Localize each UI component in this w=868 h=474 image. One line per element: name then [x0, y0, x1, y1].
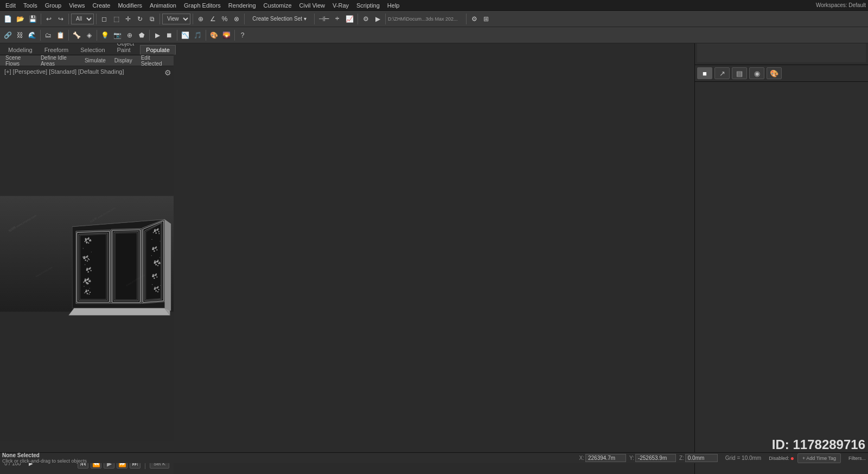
svg-point-129: [91, 252, 92, 252]
menu-create[interactable]: Create: [89, 2, 113, 9]
menu-edit[interactable]: Edit: [2, 2, 19, 9]
menu-group[interactable]: Group: [42, 2, 65, 9]
define-idle-areas-btn[interactable]: Define Idle Areas: [37, 54, 79, 67]
menu-modifiers[interactable]: Modifiers: [114, 2, 145, 9]
menu-vray[interactable]: V-Ray: [329, 2, 352, 9]
y-input[interactable]: [635, 454, 676, 462]
scene-flows-btn[interactable]: Scene Flows: [2, 54, 35, 67]
sep5: [193, 14, 193, 24]
scale-btn[interactable]: ⧉: [146, 13, 157, 25]
svg-point-103: [156, 249, 157, 251]
menu-civil-view[interactable]: Civil View: [296, 2, 328, 9]
bone-tools-btn[interactable]: 🦴: [71, 29, 82, 41]
svg-point-65: [87, 260, 88, 261]
scene-explorer-btn[interactable]: 🗂: [43, 29, 54, 41]
menu-animation[interactable]: Animation: [146, 2, 180, 9]
menu-views[interactable]: Views: [66, 2, 88, 9]
svg-point-88: [90, 292, 91, 293]
settings-btn[interactable]: ⚙: [469, 13, 480, 25]
rp-tab-geometry[interactable]: ■: [697, 67, 712, 79]
move-btn[interactable]: ✛: [123, 13, 133, 25]
filters-btn[interactable]: Filters...: [848, 456, 866, 461]
y-label: Y:: [629, 455, 634, 461]
coord-fields: X: Y: Z: Grid = 10.0mm Disabled: ● + Add…: [579, 453, 866, 463]
unlink-btn[interactable]: ⛓: [15, 29, 25, 41]
viewport-settings-icon[interactable]: ⚙: [164, 68, 171, 77]
svg-marker-45: [114, 232, 138, 301]
svg-point-130: [85, 264, 85, 265]
z-label: Z:: [679, 455, 684, 461]
tab-freeform[interactable]: Freeform: [39, 45, 75, 55]
open-button[interactable]: 📂: [15, 13, 26, 25]
save-button[interactable]: 💾: [27, 13, 39, 25]
extra2-btn[interactable]: ?: [237, 29, 248, 41]
render-setup-btn[interactable]: ⚙: [360, 13, 371, 25]
svg-point-132: [84, 286, 84, 286]
menu-customize[interactable]: Customize: [260, 2, 295, 9]
link-btn[interactable]: 🔗: [2, 29, 14, 41]
play-anim-btn[interactable]: ▶: [152, 29, 163, 41]
extra-btn[interactable]: ⊞: [481, 13, 492, 25]
tab-selection[interactable]: Selection: [74, 45, 111, 55]
sep14: [149, 30, 150, 41]
edit-selected-btn[interactable]: Edit Selected: [138, 54, 171, 67]
svg-point-92: [84, 292, 85, 293]
svg-point-95: [158, 231, 159, 232]
camera-btn[interactable]: 📷: [112, 29, 123, 41]
render-btn[interactable]: ▶: [372, 13, 383, 25]
display-btn[interactable]: Display: [111, 57, 136, 64]
svg-point-133: [90, 288, 90, 289]
menu-rendering[interactable]: Rendering: [225, 2, 259, 9]
shape-btn[interactable]: ⬟: [136, 29, 147, 41]
helper-btn[interactable]: ⊕: [124, 29, 135, 41]
render-env-btn[interactable]: 🌄: [221, 29, 232, 41]
rp-tab-shapes[interactable]: ↗: [714, 67, 730, 79]
svg-marker-1: [69, 308, 170, 315]
select-region-btn[interactable]: ⬚: [111, 13, 122, 25]
svg-point-118: [154, 278, 155, 279]
skin-btn[interactable]: ◈: [84, 29, 94, 41]
redo-button[interactable]: ↪: [55, 13, 66, 25]
percent-snap-btn[interactable]: %: [219, 13, 230, 25]
reference-coord-dropdown[interactable]: View: [162, 14, 190, 24]
bind-space-warp-btn[interactable]: 🌊: [27, 29, 38, 41]
dope-sheet-btn[interactable]: 🎵: [192, 29, 203, 41]
z-input[interactable]: [685, 454, 718, 462]
material-editor-btn[interactable]: 🎨: [208, 29, 220, 41]
light-btn[interactable]: 💡: [99, 29, 111, 41]
tab-populate[interactable]: Populate: [140, 45, 175, 55]
curve-editor-btn2[interactable]: 📉: [180, 29, 191, 41]
curve-editor-btn[interactable]: 📈: [344, 13, 355, 25]
simulate-btn[interactable]: Simulate: [81, 57, 109, 64]
undo-button[interactable]: ↩: [43, 13, 54, 25]
stop-anim-btn[interactable]: ⏹: [164, 29, 175, 41]
sep15: [177, 30, 177, 41]
align-btn[interactable]: ⫩: [332, 13, 343, 25]
layer-explorer-btn[interactable]: 📋: [55, 29, 66, 41]
rp-tab-paint[interactable]: 🎨: [767, 67, 782, 79]
angle-snap-btn[interactable]: ∠: [207, 13, 218, 25]
rotate-btn[interactable]: ↻: [135, 13, 145, 25]
x-input[interactable]: [585, 454, 626, 462]
tab-modeling[interactable]: Modeling: [2, 45, 39, 55]
svg-point-123: [158, 289, 159, 290]
new-button[interactable]: 📄: [2, 13, 14, 25]
snap3d-btn[interactable]: ⊕: [195, 13, 206, 25]
svg-point-63: [88, 258, 89, 259]
ribbon-row2: Scene Flows Define Idle Areas Simulate D…: [0, 55, 174, 66]
mirror-btn[interactable]: ⊣⊢: [317, 13, 331, 25]
create-selection-set-btn[interactable]: Create Selection Set ▾: [247, 13, 312, 25]
select-object-btn[interactable]: ◻: [99, 13, 110, 25]
viewport[interactable]: [+] [Perspective] [Standard] [Default Sh…: [0, 66, 174, 441]
disabled-indicator: Disabled: ●: [769, 454, 794, 462]
rp-tab-lights[interactable]: ▤: [732, 67, 747, 79]
selection-filter-dropdown[interactable]: All: [71, 14, 94, 24]
menu-graph-editors[interactable]: Graph Editors: [181, 2, 224, 9]
spinner-snap-btn[interactable]: ⊗: [231, 13, 242, 25]
menu-help[interactable]: Help: [384, 2, 403, 9]
add-time-tag-btn[interactable]: + Add Time Tag: [797, 453, 841, 463]
sep10: [466, 14, 467, 24]
rp-tab-cameras[interactable]: ◉: [749, 67, 764, 79]
menu-tools[interactable]: Tools: [20, 2, 41, 9]
menu-scripting[interactable]: Scripting: [353, 2, 383, 9]
